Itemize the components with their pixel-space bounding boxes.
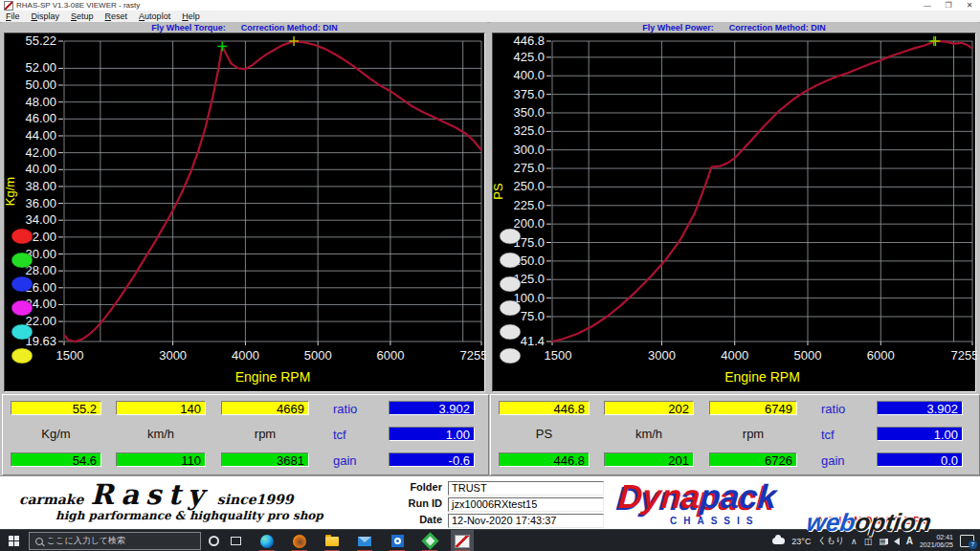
ime-indicator[interactable]: A — [906, 536, 913, 546]
explorer-icon — [325, 537, 339, 546]
weather-condition[interactable]: くもり — [817, 535, 844, 547]
minimize-button[interactable]: — — [917, 1, 938, 10]
torque-chart-header: Fly Wheel Torque: Correction Method: DIN — [2, 22, 487, 33]
notification-icon[interactable]: 7 — [960, 535, 974, 547]
taskbar-app-explorer[interactable] — [321, 530, 344, 551]
x-axis-title: Engine RPM — [235, 369, 311, 385]
power-param-label-tcf: tcf — [821, 428, 835, 442]
torque-param-value-tcf: 1.00 — [389, 427, 475, 441]
y-tick-label: 325.0 — [513, 123, 545, 138]
y-tick-label: 44.00 — [25, 128, 56, 143]
y-tick-label: 41.4 — [521, 334, 545, 348]
y-tick-label: 275.0 — [513, 161, 545, 175]
torque-param-label-ratio: ratio — [333, 402, 357, 416]
power-cursor-value-PS: 446.8 — [499, 401, 590, 415]
torque-chart-svg: 55.2252.0050.0048.0046.0044.0042.0040.00… — [5, 33, 486, 392]
torque-cursor-value-rpm: 4669 — [221, 401, 309, 415]
y-tick-label: 200.0 — [513, 216, 545, 231]
torque-param-value-ratio: 3.902 — [389, 401, 475, 415]
y-tick-label: 50.00 — [25, 77, 56, 92]
torque-secondary-value-Kg/m: 54.6 — [11, 452, 101, 467]
dynapack-chassis-label: CHASSIS — [670, 516, 759, 526]
y-tick-label: 250.0 — [513, 179, 545, 193]
curve-color-swatch[interactable] — [11, 253, 33, 268]
menu-item-display[interactable]: Display — [26, 11, 66, 21]
menu-item-file[interactable]: File — [0, 11, 26, 21]
cortana-icon[interactable] — [209, 536, 219, 546]
windows-logo-icon — [9, 536, 19, 546]
y-tick-label: 55.22 — [25, 33, 56, 48]
search-icon — [35, 538, 43, 545]
curve-color-swatch[interactable] — [500, 229, 521, 244]
start-button[interactable] — [0, 530, 27, 551]
y-tick-label: 446.8 — [513, 33, 545, 48]
power-readout-panel: 446.82026749446.82016726PSkm/hrpmratio3.… — [490, 394, 980, 475]
taskbar-app-app-green[interactable] — [418, 530, 441, 551]
taskbar-search-input[interactable]: ここに入力して検索 — [29, 532, 201, 550]
desktop: RHAS-SP V1.3-08E VIEWER - rasty — ❐ ✕ Fi… — [0, 0, 980, 551]
power-secondary-value-rpm: 6726 — [709, 452, 797, 467]
curve-color-swatch[interactable] — [500, 348, 521, 364]
curve-color-swatch[interactable] — [11, 348, 33, 364]
curve-color-swatch[interactable] — [500, 324, 521, 340]
curve-color-swatch[interactable] — [500, 300, 521, 316]
field-value-folder[interactable]: TRUST — [448, 481, 604, 496]
y-tick-label: 400.0 — [513, 68, 545, 82]
taskbar-app-browser[interactable] — [288, 530, 311, 551]
tray-status-icon[interactable]: ◫ — [864, 537, 873, 546]
torque-param-label-tcf: tcf — [333, 428, 346, 442]
taskbar-app-mail[interactable] — [353, 530, 376, 551]
torque-secondary-value-km/h: 110 — [116, 452, 206, 467]
x-tick-label: 3000 — [159, 348, 187, 363]
weather-temp[interactable]: 23°C — [791, 537, 811, 546]
taskbar-clock[interactable]: 02:41 2021/06/25 — [920, 534, 953, 549]
curve-color-swatch[interactable] — [11, 300, 33, 316]
menu-item-setup[interactable]: Setup — [65, 11, 100, 21]
torque-chart-area[interactable]: 55.2252.0050.0048.0046.0044.0042.0040.00… — [4, 33, 485, 392]
close-button[interactable]: ✕ — [959, 1, 980, 10]
power-curve — [552, 41, 972, 342]
curve-color-swatch[interactable] — [11, 324, 33, 340]
y-tick-label: 46.00 — [25, 111, 56, 125]
app-icon — [4, 1, 13, 11]
speaker-icon[interactable] — [894, 538, 900, 545]
menu-item-autoplot[interactable]: Autoplot — [133, 11, 176, 21]
power-secondary-value-km/h: 201 — [604, 452, 694, 467]
curve-color-swatch[interactable] — [11, 229, 33, 244]
window-titlebar: RHAS-SP V1.3-08E VIEWER - rasty — ❐ ✕ — [0, 0, 980, 11]
taskbar: ここに入力して検索 23°C くもり ∧ ◫ ▤ A 02:41 2021/06… — [0, 529, 980, 551]
curve-color-swatch[interactable] — [11, 276, 33, 292]
power-unit-label: PS — [499, 427, 590, 440]
y-tick-label: 52.00 — [25, 60, 56, 75]
task-view-icon[interactable] — [231, 537, 241, 545]
taskbar-app-app-blue[interactable] — [386, 530, 409, 551]
tray-expand-icon[interactable]: ∧ — [851, 537, 858, 546]
x-tick-label: 4000 — [232, 348, 259, 363]
taskbar-app-edge[interactable] — [256, 530, 278, 551]
app-blue-icon — [391, 535, 404, 547]
dynapack-logo-part2: pack — [699, 477, 778, 515]
curve-color-swatch[interactable] — [500, 276, 521, 292]
y-tick-label: 48.00 — [25, 95, 56, 109]
app-green-icon — [421, 532, 438, 549]
menu-item-help[interactable]: Help — [176, 11, 206, 21]
field-value-run-id[interactable]: jzx10006RXtest15 — [448, 497, 604, 512]
torque-correction-method: Correction Method: DIN — [241, 23, 338, 33]
torque-unit-label: km/h — [116, 427, 206, 440]
curve-color-swatch[interactable] — [500, 253, 521, 268]
field-value-date[interactable]: 12-Nov-2020 17:43:37 — [448, 514, 604, 528]
maximize-button[interactable]: ❐ — [938, 1, 959, 10]
clock-time: 02:41 — [936, 534, 953, 541]
power-chart-svg: 446.8425.0400.0375.0350.0325.0300.0275.0… — [493, 33, 977, 392]
torque-readout-panel: 55.2140466954.61103681Kg/mkm/hrpmratio3.… — [2, 394, 489, 475]
shop-logo-suffix: since1999 — [217, 492, 294, 507]
power-cursor-value-rpm: 6749 — [709, 401, 797, 415]
browser-icon — [293, 535, 306, 548]
menu-item-reset[interactable]: Reset — [100, 11, 134, 21]
dynapack-logo-part1: Dyna — [617, 477, 702, 515]
y-tick-label: 42.00 — [25, 145, 56, 160]
power-chart-area[interactable]: 446.8425.0400.0375.0350.0325.0300.0275.0… — [492, 33, 976, 392]
weather-cloud-icon — [772, 538, 785, 544]
taskbar-app-dyno-viewer[interactable] — [451, 530, 474, 551]
x-tick-label: 4000 — [721, 348, 748, 363]
